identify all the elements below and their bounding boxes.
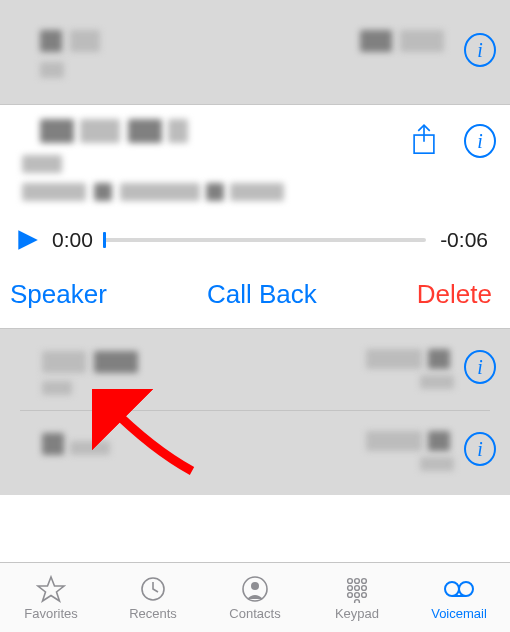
play-icon[interactable] (12, 225, 42, 255)
svg-point-13 (355, 599, 360, 602)
svg-point-4 (348, 578, 353, 583)
tab-voicemail[interactable]: Voicemail (408, 563, 510, 632)
tab-recents[interactable]: Recents (102, 563, 204, 632)
voicemail-icon (442, 575, 476, 603)
svg-point-9 (362, 585, 367, 590)
tab-label: Voicemail (431, 606, 487, 621)
delete-button[interactable]: Delete (417, 279, 492, 310)
voicemail-row[interactable]: i (0, 0, 510, 105)
tab-contacts[interactable]: Contacts (204, 563, 306, 632)
callback-button[interactable]: Call Back (207, 279, 317, 310)
voicemail-row[interactable]: i (20, 411, 490, 495)
tab-label: Contacts (229, 606, 280, 621)
info-icon[interactable]: i (464, 34, 496, 66)
speaker-button[interactable]: Speaker (10, 279, 107, 310)
keypad-icon (342, 575, 372, 603)
remaining-time: -0:06 (440, 228, 488, 252)
scrubber-track[interactable] (103, 238, 426, 242)
tab-keypad[interactable]: Keypad (306, 563, 408, 632)
contact-icon (240, 575, 270, 603)
svg-point-15 (459, 582, 473, 596)
svg-point-5 (355, 578, 360, 583)
info-icon[interactable]: i (464, 433, 496, 465)
tab-label: Recents (129, 606, 177, 621)
tab-label: Favorites (24, 606, 77, 621)
svg-point-7 (348, 585, 353, 590)
playback-controls: 0:00 -0:06 (0, 217, 510, 269)
voicemail-caller-info (0, 105, 510, 217)
voicemail-actions: Speaker Call Back Delete (0, 269, 510, 328)
tab-bar: Favorites Recents Contacts Keypad Voice (0, 562, 510, 632)
star-icon (36, 575, 66, 603)
svg-point-11 (355, 592, 360, 597)
svg-point-14 (445, 582, 459, 596)
svg-point-12 (362, 592, 367, 597)
elapsed-time: 0:00 (52, 228, 93, 252)
info-icon[interactable]: i (464, 351, 496, 383)
svg-point-10 (348, 592, 353, 597)
scrubber-thumb[interactable] (103, 232, 106, 248)
voicemail-expanded: i 0:00 -0:06 Speaker (0, 105, 510, 329)
svg-point-6 (362, 578, 367, 583)
tab-favorites[interactable]: Favorites (0, 563, 102, 632)
tab-label: Keypad (335, 606, 379, 621)
svg-point-3 (251, 582, 259, 590)
voicemail-row[interactable]: i (20, 329, 490, 411)
clock-icon (138, 575, 168, 603)
svg-point-8 (355, 585, 360, 590)
